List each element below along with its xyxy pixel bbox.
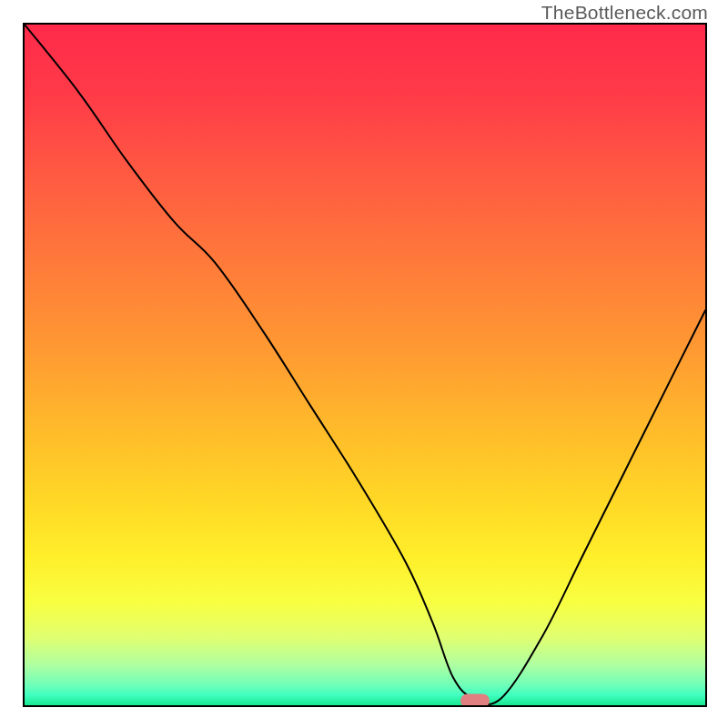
plot-area (23, 23, 707, 707)
chart-container: TheBottleneck.com (0, 0, 728, 728)
bottleneck-curve (25, 25, 705, 705)
optimal-point-marker (460, 693, 490, 707)
watermark-text: TheBottleneck.com (541, 2, 708, 24)
